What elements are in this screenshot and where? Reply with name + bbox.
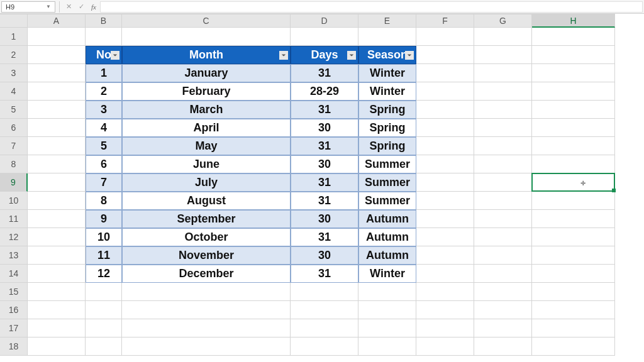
cell-A15[interactable] <box>28 283 86 301</box>
cell-H3[interactable] <box>532 64 615 82</box>
cell-G12[interactable] <box>474 228 532 246</box>
cell-B15[interactable] <box>86 283 122 301</box>
table-cell-no[interactable]: 12 <box>86 265 122 283</box>
cell-G4[interactable] <box>474 82 532 101</box>
cell-C16[interactable] <box>122 301 291 319</box>
spreadsheet-grid[interactable]: ABCDEFGH123456789101112131415161718NoMon… <box>0 14 644 362</box>
cell-F5[interactable] <box>416 101 474 119</box>
column-header-B[interactable]: B <box>86 14 122 28</box>
cell-A11[interactable] <box>28 210 86 228</box>
cell-C17[interactable] <box>122 319 291 337</box>
table-cell-season[interactable]: Autumn <box>358 210 416 228</box>
table-cell-month[interactable]: August <box>122 192 291 210</box>
table-cell-days[interactable]: 31 <box>291 64 358 82</box>
cell-B1[interactable] <box>86 28 122 46</box>
table-cell-month[interactable]: May <box>122 137 291 155</box>
cell-B16[interactable] <box>86 301 122 319</box>
cell-E16[interactable] <box>358 301 416 319</box>
table-cell-season[interactable]: Summer <box>358 192 416 210</box>
cell-D15[interactable] <box>291 283 358 301</box>
table-header-season[interactable]: Season <box>358 46 416 64</box>
cell-A3[interactable] <box>28 64 86 82</box>
cell-G14[interactable] <box>474 265 532 283</box>
cell-H10[interactable] <box>532 192 615 210</box>
cell-F16[interactable] <box>416 301 474 319</box>
filter-dropdown-icon[interactable] <box>111 51 119 60</box>
table-cell-days[interactable]: 31 <box>291 173 358 192</box>
cell-A12[interactable] <box>28 228 86 246</box>
table-header-days[interactable]: Days <box>291 46 358 64</box>
insert-function-button[interactable]: fx <box>87 1 100 13</box>
cell-A14[interactable] <box>28 265 86 283</box>
table-cell-season[interactable]: Winter <box>358 265 416 283</box>
filter-dropdown-icon[interactable] <box>279 51 288 60</box>
column-header-G[interactable]: G <box>474 14 532 28</box>
cell-F15[interactable] <box>416 283 474 301</box>
cell-A8[interactable] <box>28 155 86 173</box>
table-cell-month[interactable]: July <box>122 173 291 192</box>
cell-F13[interactable] <box>416 246 474 265</box>
cell-C18[interactable] <box>122 337 291 356</box>
row-header-10[interactable]: 10 <box>0 192 28 210</box>
table-cell-no[interactable]: 8 <box>86 192 122 210</box>
cell-A16[interactable] <box>28 301 86 319</box>
table-cell-month[interactable]: March <box>122 101 291 119</box>
chevron-down-icon[interactable]: ▼ <box>46 4 51 9</box>
table-cell-season[interactable]: Spring <box>358 101 416 119</box>
cell-H7[interactable] <box>532 137 615 155</box>
cell-G17[interactable] <box>474 319 532 337</box>
cell-D17[interactable] <box>291 319 358 337</box>
cell-H8[interactable] <box>532 155 615 173</box>
cell-B18[interactable] <box>86 337 122 356</box>
table-cell-days[interactable]: 31 <box>291 265 358 283</box>
cell-F2[interactable] <box>416 46 474 64</box>
table-cell-season[interactable]: Summer <box>358 173 416 192</box>
table-cell-days[interactable]: 31 <box>291 228 358 246</box>
cell-C15[interactable] <box>122 283 291 301</box>
table-cell-month[interactable]: October <box>122 228 291 246</box>
cell-G5[interactable] <box>474 101 532 119</box>
cell-F8[interactable] <box>416 155 474 173</box>
cell-G13[interactable] <box>474 246 532 265</box>
table-cell-season[interactable]: Winter <box>358 82 416 101</box>
table-cell-no[interactable]: 4 <box>86 119 122 137</box>
table-cell-month[interactable]: June <box>122 155 291 173</box>
row-header-8[interactable]: 8 <box>0 155 28 173</box>
row-header-18[interactable]: 18 <box>0 337 28 356</box>
table-cell-month[interactable]: September <box>122 210 291 228</box>
cell-F10[interactable] <box>416 192 474 210</box>
row-header-16[interactable]: 16 <box>0 301 28 319</box>
cell-A13[interactable] <box>28 246 86 265</box>
cell-F11[interactable] <box>416 210 474 228</box>
formula-input[interactable] <box>100 1 643 13</box>
cell-G16[interactable] <box>474 301 532 319</box>
cell-A7[interactable] <box>28 137 86 155</box>
table-cell-season[interactable]: Spring <box>358 119 416 137</box>
cell-A5[interactable] <box>28 101 86 119</box>
row-header-7[interactable]: 7 <box>0 137 28 155</box>
cell-B17[interactable] <box>86 319 122 337</box>
cell-G8[interactable] <box>474 155 532 173</box>
table-cell-days[interactable]: 31 <box>291 137 358 155</box>
cell-G3[interactable] <box>474 64 532 82</box>
cell-H4[interactable] <box>532 82 615 101</box>
table-cell-days[interactable]: 30 <box>291 119 358 137</box>
cell-F6[interactable] <box>416 119 474 137</box>
cell-H5[interactable] <box>532 101 615 119</box>
cell-G1[interactable] <box>474 28 532 46</box>
cell-G2[interactable] <box>474 46 532 64</box>
cell-A6[interactable] <box>28 119 86 137</box>
table-cell-no[interactable]: 9 <box>86 210 122 228</box>
row-header-5[interactable]: 5 <box>0 101 28 119</box>
table-cell-month[interactable]: December <box>122 265 291 283</box>
cell-H9[interactable] <box>532 173 615 192</box>
table-cell-season[interactable]: Summer <box>358 155 416 173</box>
table-cell-days[interactable]: 31 <box>291 101 358 119</box>
cell-H2[interactable] <box>532 46 615 64</box>
column-header-F[interactable]: F <box>416 14 474 28</box>
cell-H1[interactable] <box>532 28 615 46</box>
cell-A4[interactable] <box>28 82 86 101</box>
cell-A17[interactable] <box>28 319 86 337</box>
cell-G11[interactable] <box>474 210 532 228</box>
table-cell-month[interactable]: April <box>122 119 291 137</box>
